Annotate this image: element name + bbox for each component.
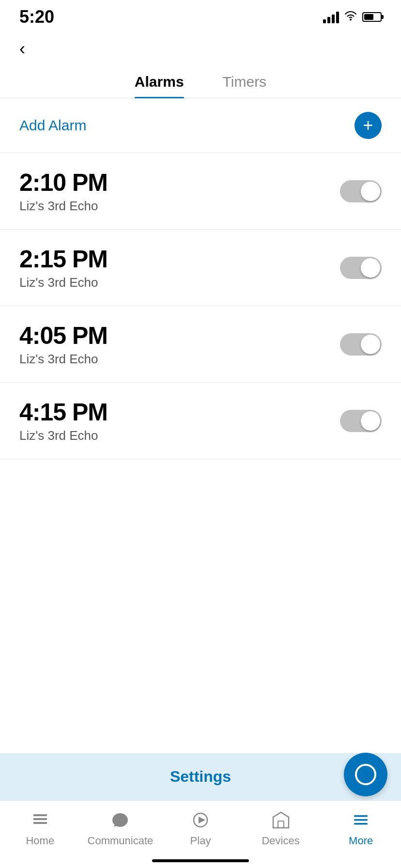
status-icons xyxy=(323,10,382,24)
alarm-toggle[interactable] xyxy=(340,257,382,279)
plus-icon: + xyxy=(363,117,373,134)
battery-icon xyxy=(362,12,382,22)
alarm-device: Liz's 3rd Echo xyxy=(19,275,108,290)
nav-item-more[interactable]: More xyxy=(321,808,401,847)
alarm-info: 2:15 PM Liz's 3rd Echo xyxy=(19,245,108,290)
nav-item-play[interactable]: Play xyxy=(160,808,241,847)
status-bar: 5:20 xyxy=(0,0,401,29)
add-alarm-button[interactable]: + xyxy=(355,112,382,139)
communicate-icon xyxy=(108,808,132,832)
add-alarm-row: Add Alarm + xyxy=(0,98,401,153)
home-icon xyxy=(29,808,52,832)
alarm-info: 4:15 PM Liz's 3rd Echo xyxy=(19,398,108,443)
alarm-toggle[interactable] xyxy=(340,180,382,202)
svg-rect-7 xyxy=(354,819,368,821)
back-chevron-icon[interactable]: ‹ xyxy=(19,39,25,59)
alarm-toggle[interactable] xyxy=(340,410,382,432)
toggle-knob xyxy=(361,182,380,201)
nav-label-devices: Devices xyxy=(262,835,299,847)
nav-item-devices[interactable]: Devices xyxy=(241,808,321,847)
tabs-container: Alarms Timers xyxy=(0,64,401,98)
devices-icon xyxy=(269,808,293,832)
svg-rect-0 xyxy=(33,814,47,816)
alarm-item: 4:15 PM Liz's 3rd Echo xyxy=(0,383,401,459)
svg-rect-2 xyxy=(33,822,47,824)
toggle-knob xyxy=(361,335,380,354)
wifi-icon xyxy=(344,10,357,24)
alarm-info: 4:05 PM Liz's 3rd Echo xyxy=(19,322,108,367)
svg-marker-4 xyxy=(199,817,205,823)
nav-label-communicate: Communicate xyxy=(88,835,154,847)
back-button[interactable]: ‹ xyxy=(0,29,401,64)
alexa-fab-button[interactable] xyxy=(344,753,387,796)
alexa-icon xyxy=(355,764,376,785)
nav-item-home[interactable]: Home xyxy=(0,808,80,847)
tab-alarms[interactable]: Alarms xyxy=(135,74,184,98)
svg-rect-5 xyxy=(278,821,284,828)
alarm-time: 4:05 PM xyxy=(19,322,108,350)
toggle-knob xyxy=(361,258,380,278)
tab-timers[interactable]: Timers xyxy=(223,74,267,98)
svg-rect-6 xyxy=(354,815,368,817)
bottom-nav: Home Communicate Play Devices xyxy=(0,800,401,868)
svg-rect-1 xyxy=(33,818,47,820)
alarm-device: Liz's 3rd Echo xyxy=(19,199,108,214)
alarms-list: 2:10 PM Liz's 3rd Echo 2:15 PM Liz's 3rd… xyxy=(0,153,401,459)
nav-label-home: Home xyxy=(26,835,54,847)
more-icon xyxy=(349,808,372,832)
status-time: 5:20 xyxy=(19,7,54,27)
toggle-knob xyxy=(361,411,380,431)
alarm-item: 4:05 PM Liz's 3rd Echo xyxy=(0,306,401,383)
alarm-item: 2:15 PM Liz's 3rd Echo xyxy=(0,230,401,306)
home-indicator xyxy=(152,859,249,862)
alarm-item: 2:10 PM Liz's 3rd Echo xyxy=(0,153,401,230)
alarm-time: 2:15 PM xyxy=(19,245,108,273)
nav-label-more: More xyxy=(349,835,373,847)
alarm-device: Liz's 3rd Echo xyxy=(19,352,108,367)
alarm-info: 2:10 PM Liz's 3rd Echo xyxy=(19,169,108,214)
alarm-toggle[interactable] xyxy=(340,333,382,356)
settings-bar[interactable]: Settings xyxy=(0,753,401,800)
alarm-device: Liz's 3rd Echo xyxy=(19,428,108,443)
alarm-time: 2:10 PM xyxy=(19,169,108,197)
nav-label-play: Play xyxy=(190,835,211,847)
add-alarm-link[interactable]: Add Alarm xyxy=(19,117,86,134)
signal-icon xyxy=(323,11,339,23)
svg-rect-8 xyxy=(354,823,368,825)
settings-label: Settings xyxy=(170,768,231,786)
alarm-time: 4:15 PM xyxy=(19,398,108,426)
play-icon xyxy=(189,808,212,832)
nav-item-communicate[interactable]: Communicate xyxy=(80,808,161,847)
